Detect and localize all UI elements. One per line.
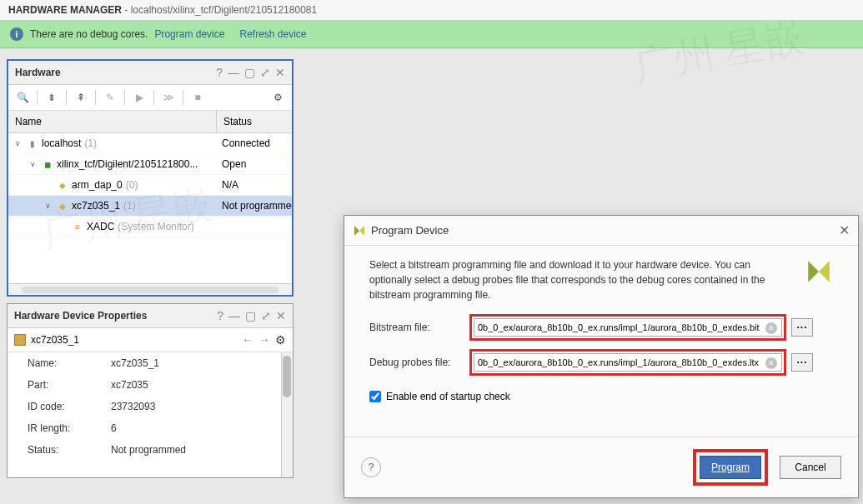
hardware-manager-path: - localhost/xilinx_tcf/Digilent/21051218… (122, 4, 317, 16)
property-key: Name: (28, 357, 111, 369)
caret-icon[interactable]: ∨ (15, 139, 23, 147)
hardware-manager-title: HARDWARE MANAGER (8, 4, 122, 16)
close-icon[interactable]: ✕ (275, 66, 285, 79)
dialog-footer: ? Program Cancel (344, 437, 858, 497)
help-icon[interactable]: ? (216, 66, 223, 79)
close-icon[interactable]: ✕ (839, 222, 850, 238)
refresh-device-link[interactable]: Refresh device (239, 28, 306, 40)
stop-icon[interactable]: ■ (188, 88, 207, 107)
node-label: XADC (87, 221, 114, 232)
program-device-dialog: Program Device ✕ Select a bitstream prog… (344, 215, 859, 498)
property-value: 6 (111, 422, 117, 434)
property-row: Status:Not programmed (8, 439, 293, 461)
properties-body[interactable]: Name:xc7z035_1Part:xc7z035ID code:237320… (8, 352, 293, 477)
program-device-link[interactable]: Program device (154, 28, 224, 40)
chip-icon: ◆ (57, 179, 68, 191)
svg-marker-2 (808, 261, 819, 282)
svg-marker-1 (359, 226, 364, 236)
tree-row[interactable]: ≡XADC (System Monitor) (8, 217, 292, 237)
caret-icon[interactable]: ∨ (30, 160, 38, 168)
property-key: Status: (28, 444, 111, 456)
column-status-header[interactable]: Status (217, 111, 292, 132)
bitstream-label: Bitstream file: (369, 322, 469, 333)
properties-device-row: xc7z035_1 ← → ⚙ (8, 328, 293, 352)
clear-icon[interactable]: ✕ (765, 357, 777, 369)
node-status: Connected (217, 133, 292, 153)
debug-probes-label: Debug probes file: (369, 357, 469, 368)
close-icon[interactable]: ✕ (276, 309, 286, 322)
node-label: xilinx_tcf/Digilent/2105121800... (57, 158, 198, 170)
restore-icon[interactable]: ▢ (245, 309, 256, 322)
maximize-icon[interactable]: ⤢ (261, 309, 271, 322)
search-icon[interactable]: 🔍 (13, 88, 32, 107)
hardware-toolbar: 🔍 ⇟ ⇞ ✎ ▶ ≫ ■ ⚙ (8, 85, 292, 111)
startup-check-label: Enable end of startup check (386, 391, 510, 402)
tree-row[interactable]: ∨◼xilinx_tcf/Digilent/2105121800...Open (8, 154, 292, 175)
properties-panel: Hardware Device Properties ? — ▢ ⤢ ✕ xc7… (7, 303, 294, 478)
expand-all-icon[interactable]: ⇞ (72, 88, 90, 107)
debug-probes-row: Debug probes file: ✕ ··· (369, 349, 833, 376)
edit-icon[interactable]: ✎ (101, 88, 119, 107)
help-button[interactable]: ? (361, 457, 381, 477)
tree-row[interactable]: ∨◆xc7z035_1 (1)Not programmed (8, 196, 292, 217)
node-status: Not programmed (217, 196, 292, 216)
dialog-description: Select a bitstream programming file and … (369, 257, 788, 302)
browse-button[interactable]: ··· (791, 318, 813, 337)
caret-icon[interactable]: ∨ (45, 202, 53, 210)
collapse-all-icon[interactable]: ⇟ (43, 88, 61, 107)
server-icon: ▮ (27, 137, 38, 149)
cable-icon: ◼ (42, 158, 53, 170)
info-message: There are no debug cores. (30, 28, 148, 40)
cancel-button[interactable]: Cancel (780, 456, 841, 479)
back-icon[interactable]: ← (242, 333, 253, 347)
bitstream-input[interactable] (474, 318, 782, 337)
column-name-header[interactable]: Name (8, 111, 217, 132)
node-status: N/A (217, 175, 292, 195)
minimize-icon[interactable]: — (228, 309, 240, 322)
browse-button[interactable]: ··· (791, 353, 813, 372)
node-status (217, 222, 292, 231)
hardware-table-head: Name Status (8, 111, 292, 133)
horizontal-scrollbar[interactable] (8, 283, 292, 295)
forward-icon[interactable]: → (258, 333, 270, 347)
minimize-icon[interactable]: — (228, 66, 239, 79)
debug-probes-input[interactable] (474, 353, 782, 372)
property-key: Part: (28, 379, 111, 391)
clear-icon[interactable]: ✕ (765, 322, 777, 334)
property-key: ID code: (28, 401, 111, 412)
tree-row[interactable]: ∨▮localhost (1)Connected (8, 133, 292, 154)
settings-icon[interactable]: ⚙ (275, 333, 286, 347)
vertical-scrollbar[interactable] (281, 352, 293, 477)
restore-icon[interactable]: ▢ (244, 66, 255, 79)
property-row: ID code:23732093 (8, 396, 293, 417)
startup-check-row: Enable end of startup check (344, 387, 858, 406)
fast-forward-icon[interactable]: ≫ (159, 88, 178, 107)
bitstream-row: Bitstream file: ✕ ··· (369, 314, 833, 341)
node-suffix: (System Monitor) (118, 221, 193, 232)
node-suffix: (0) (126, 179, 138, 191)
xilinx-icon (353, 224, 366, 237)
chip-icon (14, 334, 26, 346)
play-icon[interactable]: ▶ (130, 88, 148, 107)
property-row: IR length:6 (8, 417, 293, 439)
property-value: xc7z035_1 (111, 357, 159, 369)
hardware-panel: Hardware ? — ▢ ⤢ ✕ 🔍 ⇟ ⇞ ✎ ▶ (7, 59, 294, 297)
node-label: localhost (42, 137, 81, 149)
hardware-tree[interactable]: ∨▮localhost (1)Connected∨◼xilinx_tcf/Dig… (8, 133, 292, 283)
startup-checkbox[interactable] (369, 391, 381, 402)
node-label: arm_dap_0 (72, 179, 123, 191)
info-icon: i (10, 27, 23, 41)
properties-panel-header: Hardware Device Properties ? — ▢ ⤢ ✕ (8, 304, 293, 328)
settings-icon[interactable]: ⚙ (268, 88, 287, 107)
property-value: 23732093 (111, 401, 155, 412)
node-status: Open (217, 154, 292, 174)
info-bar: i There are no debug cores. Program devi… (0, 21, 863, 48)
help-icon[interactable]: ? (217, 309, 223, 322)
program-button[interactable]: Program (700, 456, 761, 479)
properties-device-name: xc7z035_1 (31, 334, 79, 346)
tree-row[interactable]: ◆arm_dap_0 (0)N/A (8, 175, 292, 196)
maximize-icon[interactable]: ⤢ (260, 66, 270, 79)
dialog-titlebar[interactable]: Program Device ✕ (344, 216, 858, 246)
svg-marker-0 (354, 226, 359, 236)
xadc-icon: ≡ (72, 221, 83, 232)
